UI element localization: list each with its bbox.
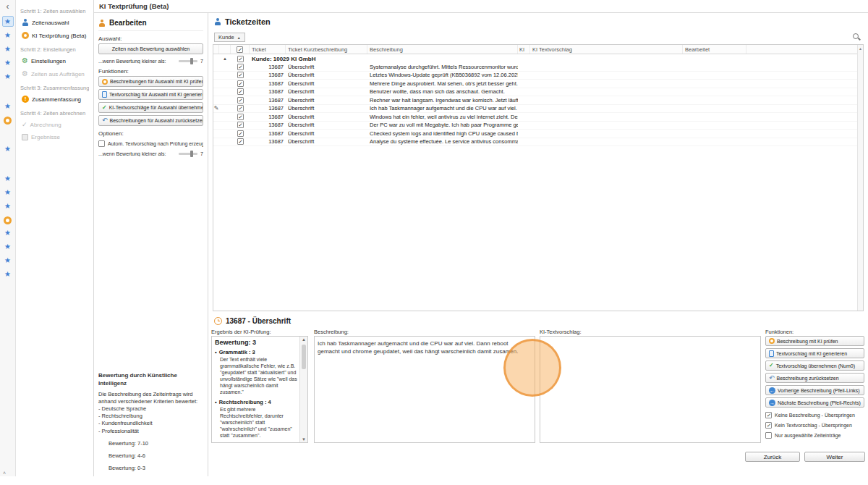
table-row-selected[interactable]: ✎ ✓ 13687 Überschrift Ich hab Taskmannag… [213, 105, 863, 114]
vorschlaege-uebernehmen-auswahl-button[interactable]: ✓ KI-Textvorschläge für Auswahl übernehm… [98, 102, 203, 113]
sidebar-item-zeiten-aus-auftraegen[interactable]: ⚙ Zeiten aus Aufträgen [19, 67, 90, 80]
column-header-ki[interactable]: KI [518, 45, 530, 54]
favorite-star-icon[interactable]: ★ [2, 255, 14, 266]
checkbox[interactable]: ✓ [765, 412, 772, 418]
row-checkbox[interactable]: ✓ [237, 114, 244, 120]
beschreibung-textarea[interactable]: Ich hab Taskmannager aufgemacht und die … [314, 336, 535, 443]
favorite-star-icon[interactable]: ★ [2, 187, 14, 198]
select-all-checkbox[interactable]: ✓ [237, 46, 243, 53]
table-row[interactable]: ✓ 13687 Überschrift Benutzer wollte, das… [213, 88, 863, 97]
group-checkbox[interactable]: ✓ [237, 56, 244, 62]
favorite-star-icon[interactable]: ★ [2, 201, 14, 211]
ki-textvorschlag-textarea[interactable] [540, 336, 761, 443]
collapse-group-icon[interactable]: ▲ [223, 56, 227, 61]
sidebar-item-zeitenauswahl[interactable]: Zeitenauswahl [19, 16, 90, 29]
favorite-star-icon[interactable]: ★ [2, 227, 14, 238]
collapse-panel-icon[interactable]: ‹ [7, 1, 9, 13]
ki-icon [769, 338, 775, 344]
nur-ausgewaehlte-checkbox[interactable]: Nur ausgewählte Zeiteinträge [765, 432, 864, 439]
checkbox[interactable] [765, 432, 772, 439]
tab-ki-textpruefung[interactable]: KI Textprüfung (Beta) [94, 0, 868, 13]
slider-thumb[interactable] [190, 58, 193, 64]
auto-textvorschlag-checkbox[interactable]: Autom. Textvorschlag nach Prüfung erzeug… [98, 140, 203, 147]
row-checkbox[interactable]: ✓ [237, 138, 244, 145]
bewertung-slider[interactable] [179, 60, 197, 62]
favorite-star-icon[interactable]: ★ [2, 101, 14, 111]
row-checkbox[interactable]: ✓ [237, 130, 244, 137]
sidebar-item-ergebnisse[interactable]: Ergebnisse [19, 131, 90, 143]
textvorschlag-generieren-auswahl-button[interactable]: Textvorschlag für Auswahl mit KI generie… [98, 89, 203, 100]
sidebar-item-einstellungen[interactable]: ⚙ Einstellungen [19, 54, 90, 67]
column-header-ki-textvorschlag[interactable]: KI Textvorschlag [530, 45, 683, 54]
checkbox[interactable]: ✓ [765, 422, 772, 429]
sidebar-item-ki-textpruefung[interactable]: KI Textprüfung (Beta) [19, 29, 90, 42]
cell-kurzbeschreibung: Überschrift [286, 122, 367, 128]
arrow-left-icon: ← [769, 387, 775, 394]
ki-rating-icon [519, 88, 526, 95]
cell-beschreibung: Mehrere Dinge ausprobiert. Mal sehen, ob… [367, 80, 518, 87]
search-icon[interactable] [852, 33, 861, 41]
table-row[interactable]: ✓ 13687 Überschrift Rechner war halt lan… [213, 96, 863, 105]
table-row[interactable]: ✓ 13687 Überschrift Der PC war zu voll m… [213, 122, 863, 130]
favorite-star-icon[interactable]: ★ [2, 173, 14, 184]
row-checkbox[interactable]: ✓ [237, 72, 244, 78]
sidebar-item-zusammenfassung[interactable]: ! Zusammenfassung [19, 93, 90, 106]
favorite-star-icon[interactable]: ★ [2, 143, 14, 154]
cell-beschreibung: Analyse du système effectuée. Le service… [367, 138, 518, 145]
table-row[interactable]: ✓ 13687 Überschrift Mehrere Dinge auspro… [213, 80, 863, 88]
row-checkbox[interactable]: ✓ [237, 122, 244, 128]
sidebar-item-abrechnung[interactable]: ✓ Abrechnung [19, 118, 90, 131]
row-checkbox[interactable]: ✓ [237, 64, 244, 70]
bewertung-slider-2[interactable] [179, 153, 197, 155]
clock-icon [214, 317, 222, 325]
table-row[interactable]: ✓ 13687 Überschrift Letztes Windows-Upda… [213, 72, 863, 80]
table-row[interactable]: ✓ 13687 Überschrift Analyse du système e… [213, 138, 863, 147]
beschreibung-pruefen-button[interactable]: Beschreibung mit KI prüfen [765, 336, 864, 346]
row-checkbox[interactable]: ✓ [237, 88, 244, 95]
row-checkbox[interactable]: ✓ [237, 97, 244, 104]
favorite-star-icon[interactable]: ★ [2, 269, 14, 279]
group-row-kunde[interactable]: ▲ ✓ Kunde: 10029 KI GmbH [213, 54, 863, 63]
pruefen-auswahl-button[interactable]: Beschreibungen für Auswahl mit KI prüfen [98, 76, 203, 87]
column-header-kurzbeschreibung[interactable]: Ticket Kurzbeschreibung [286, 45, 367, 54]
favorite-star-icon[interactable]: ★ [2, 241, 14, 252]
table-scrollbar[interactable]: ▲ [857, 45, 863, 311]
scrollbar-thumb[interactable] [302, 345, 306, 369]
beschreibungen-zuruecksetzen-auswahl-button[interactable]: ↶ Beschreibungen für Auswahl zurücksetze… [98, 115, 203, 126]
column-header-beschreibung[interactable]: Beschreibung [367, 45, 518, 54]
vorherige-beschreibung-button[interactable]: ← Vorherige Beschreibung (Pfeil-Links) [765, 385, 864, 395]
app-window: ‹ ★ ★ ★ ★ ★ ★ ★ ★ ★ ★ ★ ★ ★ ★ ˄ Schritt … [0, 0, 868, 485]
bearbeiten-panel: Bearbeiten Auswahl: Zeiten nach Bewertun… [94, 13, 208, 476]
ki-rating-icon [259, 340, 265, 346]
favorite-star-icon[interactable]: ★ [2, 71, 14, 82]
result-scrollbar[interactable]: ▲ ▼ [299, 337, 307, 442]
row-checkbox[interactable]: ✓ [237, 105, 244, 111]
weiter-button[interactable]: Weiter [804, 452, 865, 462]
textvorschlag-uebernehmen-button[interactable]: ✓ Textvorschlag übernehmen (Num0) [765, 360, 864, 371]
favorite-star-icon[interactable]: ★ [2, 57, 14, 68]
slider-thumb[interactable] [190, 151, 193, 157]
group-by-kunde-chip[interactable]: Kunde ▲ [214, 33, 245, 42]
row-checkbox[interactable]: ✓ [237, 80, 244, 87]
beschreibung-zuruecksetzen-button[interactable]: ↶ Beschreibung zurücksetzen [765, 373, 864, 383]
zeiten-nach-bewertung-button[interactable]: Zeiten nach Bewertung auswählen [98, 43, 203, 54]
naechste-beschreibung-button[interactable]: → Nächste Beschreibung (Pfeil-Rechts) [765, 397, 864, 408]
legend-yellow: Bewertung: 4-6 [98, 452, 203, 460]
checkbox[interactable] [98, 140, 105, 147]
column-header-ticket[interactable]: Ticket [250, 45, 286, 54]
ki-module-icon[interactable] [4, 117, 12, 125]
table-row[interactable]: ✓ 13687 Überschrift Systemanalyse durchg… [213, 63, 863, 72]
table-row[interactable]: ✓ 13687 Überschrift Checked system logs … [213, 130, 863, 138]
zurueck-button[interactable]: Zurück [745, 452, 800, 462]
kein-textvorschlag-checkbox[interactable]: ✓ Kein Textvorschlag - Überspringen [765, 422, 864, 429]
ki-module-icon[interactable] [4, 216, 12, 224]
favorite-star-icon[interactable]: ★ [2, 16, 14, 27]
table-row[interactable]: ✓ 13687 Überschrift Windows hat ein fehl… [213, 113, 863, 122]
favorite-star-icon[interactable]: ★ [2, 43, 14, 54]
favorite-star-icon[interactable]: ★ [2, 30, 14, 41]
cell-beschreibung: Windows hat ein fehler, weil antivirus z… [367, 114, 518, 120]
keine-beschreibung-checkbox[interactable]: ✓ Keine Beschreibung - Überspringen [765, 412, 864, 418]
textvorschlag-generieren-button[interactable]: Textvorschlag mit KI generieren [765, 348, 864, 358]
scroll-up-icon[interactable]: ˄ [3, 471, 6, 476]
column-header-bearbeitet[interactable]: Bearbeitet [683, 45, 746, 54]
